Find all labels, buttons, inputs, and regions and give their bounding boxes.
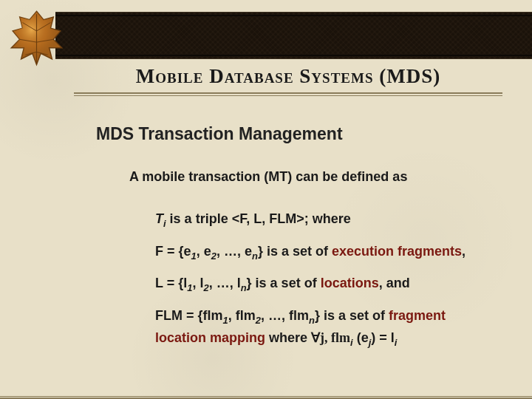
bottom-border xyxy=(0,395,532,399)
body-content: A mobile transaction (MT) can be defined… xyxy=(129,167,488,360)
leaf-icon xyxy=(1,1,72,72)
definitions-list: Ti is a triple <F, L, FLM>; where F = {e… xyxy=(129,209,488,349)
page-title: Mobile Database Systems (MDS) xyxy=(74,65,502,88)
section-heading: MDS Transaction Management xyxy=(96,124,343,144)
highlight-exec-fragments: execution fragments xyxy=(332,244,462,259)
lead-sentence: A mobile transaction (MT) can be defined… xyxy=(129,167,488,187)
def-f: F = {e1, e2, …, en} is a set of executio… xyxy=(155,242,488,264)
title-underline xyxy=(74,92,502,97)
def-l: L = {l1, l2, …, ln} is a set of location… xyxy=(155,273,488,296)
highlight-locations: locations xyxy=(321,276,379,290)
header-band xyxy=(55,12,532,59)
def-triple: Ti is a triple <F, L, FLM>; where xyxy=(155,209,488,231)
def-flm: FLM = {flm1, flm2, …, flmn} is a set of … xyxy=(155,306,488,349)
title-block: Mobile Database Systems (MDS) xyxy=(74,65,502,97)
